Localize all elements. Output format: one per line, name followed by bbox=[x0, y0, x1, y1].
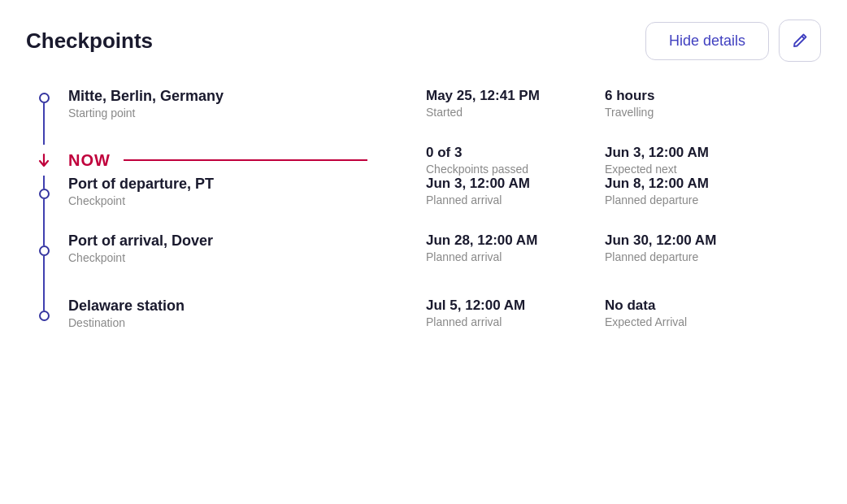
info-label-col3-2: Planned departure bbox=[605, 250, 821, 263]
location-type-0: Starting point bbox=[68, 106, 426, 119]
location-block-2: Port of arrival, Dover Checkpoint bbox=[68, 232, 426, 264]
now-row: NOW 0 of 3 Checkpoints passed Jun 3, 12:… bbox=[26, 145, 821, 176]
tl-content-1: Port of departure, PT Checkpoint Jun 3, … bbox=[62, 176, 821, 232]
tl-left-1 bbox=[26, 176, 62, 232]
info-value-col3-1: Jun 8, 12:00 AM bbox=[605, 176, 821, 192]
now-line bbox=[124, 159, 367, 161]
info-col2-2: Jun 28, 12:00 AM Planned arrival bbox=[426, 232, 605, 263]
page-title: Checkpoints bbox=[26, 28, 153, 54]
info-col3-3: No data Expected Arrival bbox=[605, 298, 821, 328]
now-arrow-icon bbox=[37, 153, 51, 167]
info-col2-1: Jun 3, 12:00 AM Planned arrival bbox=[426, 176, 605, 206]
line-seg-1a bbox=[43, 176, 46, 189]
info-label-col2-0: Started bbox=[426, 106, 605, 119]
line-seg-0 bbox=[43, 103, 46, 145]
tl-content-3: Delaware station Destination Jul 5, 12:0… bbox=[62, 298, 821, 354]
tl-left-0 bbox=[26, 88, 62, 145]
info-value-col3-0: 6 hours bbox=[605, 88, 821, 104]
info-col2-3: Jul 5, 12:00 AM Planned arrival bbox=[426, 298, 605, 328]
info-value-col3-3: No data bbox=[605, 298, 821, 314]
timeline-row-0: Mitte, Berlin, Germany Starting point Ma… bbox=[26, 88, 821, 145]
info-value-col3-2: Jun 30, 12:00 AM bbox=[605, 232, 821, 249]
info-label-col2-2: Planned arrival bbox=[426, 250, 605, 263]
line-seg-2a bbox=[43, 232, 46, 245]
now-label: NOW bbox=[68, 151, 111, 170]
tl-content-2: Port of arrival, Dover Checkpoint Jun 28… bbox=[62, 232, 821, 298]
info-value-col2-3: Jul 5, 12:00 AM bbox=[426, 298, 605, 314]
line-seg-2b bbox=[43, 256, 46, 298]
location-name-1: Port of departure, PT bbox=[68, 176, 426, 193]
info-col3-1: Jun 8, 12:00 AM Planned departure bbox=[605, 176, 821, 206]
tl-left-2 bbox=[26, 232, 62, 298]
timeline-row-3: Delaware station Destination Jul 5, 12:0… bbox=[26, 298, 821, 354]
timeline-row-2: Port of arrival, Dover Checkpoint Jun 28… bbox=[26, 232, 821, 298]
location-type-2: Checkpoint bbox=[68, 251, 426, 264]
info-col2-0: May 25, 12:41 PM Started bbox=[426, 88, 605, 119]
info-value-col2-0: May 25, 12:41 PM bbox=[426, 88, 605, 104]
header-actions: Hide details bbox=[645, 20, 821, 62]
location-type-3: Destination bbox=[68, 316, 426, 329]
info-label-col2-3: Planned arrival bbox=[426, 315, 605, 328]
tl-content-0: Mitte, Berlin, Germany Starting point Ma… bbox=[62, 88, 821, 145]
tl-left-3 bbox=[26, 298, 62, 354]
now-label-col3: Expected next bbox=[605, 163, 821, 176]
location-type-1: Checkpoint bbox=[68, 194, 426, 207]
checkpoint-dot-2 bbox=[39, 245, 50, 256]
now-info-col3: Jun 3, 12:00 AM Expected next bbox=[605, 145, 821, 176]
info-value-col2-2: Jun 28, 12:00 AM bbox=[426, 232, 605, 249]
checkpoint-dot-3 bbox=[39, 311, 50, 321]
info-label-col3-0: Travelling bbox=[605, 106, 821, 119]
timeline: Mitte, Berlin, Germany Starting point Ma… bbox=[26, 88, 821, 354]
now-label-col2: Checkpoints passed bbox=[426, 163, 605, 176]
now-value-col3: Jun 3, 12:00 AM bbox=[605, 145, 821, 161]
location-name-3: Delaware station bbox=[68, 298, 426, 315]
location-block-0: Mitte, Berlin, Germany Starting point bbox=[68, 88, 426, 119]
edit-button[interactable] bbox=[779, 20, 821, 62]
checkpoint-dot-1 bbox=[39, 189, 50, 199]
info-col3-0: 6 hours Travelling bbox=[605, 88, 821, 119]
line-seg-1b bbox=[43, 199, 46, 232]
page-header: Checkpoints Hide details bbox=[26, 20, 821, 62]
location-name-0: Mitte, Berlin, Germany bbox=[68, 88, 426, 105]
info-label-col3-3: Expected Arrival bbox=[605, 315, 821, 328]
pencil-icon bbox=[791, 32, 809, 50]
now-label-row: NOW bbox=[68, 151, 426, 170]
location-name-2: Port of arrival, Dover bbox=[68, 232, 426, 250]
info-label-col2-1: Planned arrival bbox=[426, 193, 605, 206]
info-col3-2: Jun 30, 12:00 AM Planned departure bbox=[605, 232, 821, 263]
location-block-1: Port of departure, PT Checkpoint bbox=[68, 176, 426, 207]
hide-details-button[interactable]: Hide details bbox=[645, 22, 769, 60]
now-value-col2: 0 of 3 bbox=[426, 145, 605, 161]
line-seg-3a bbox=[43, 298, 46, 311]
checkpoint-dot-0 bbox=[39, 93, 50, 103]
info-label-col3-1: Planned departure bbox=[605, 193, 821, 206]
info-value-col2-1: Jun 3, 12:00 AM bbox=[426, 176, 605, 192]
location-block-3: Delaware station Destination bbox=[68, 298, 426, 329]
timeline-row-1: Port of departure, PT Checkpoint Jun 3, … bbox=[26, 176, 821, 232]
tl-left-now bbox=[26, 150, 62, 171]
now-info-col2: 0 of 3 Checkpoints passed bbox=[426, 145, 605, 176]
